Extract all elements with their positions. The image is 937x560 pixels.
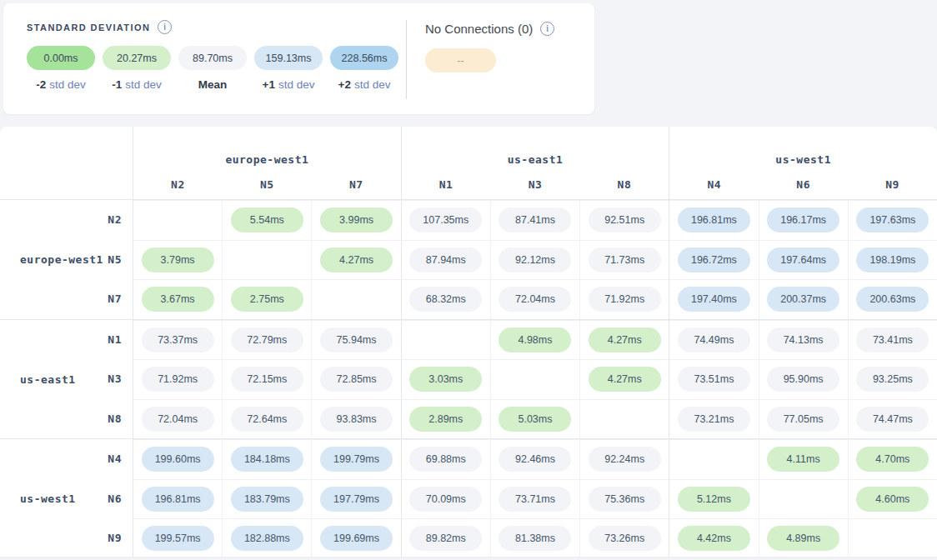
latency-cell[interactable]: 5.12ms [669, 480, 759, 519]
latency-cell[interactable]: 72.04ms [491, 280, 580, 319]
latency-cell[interactable]: 81.38ms [491, 519, 580, 557]
latency-cell[interactable]: 196.81ms [133, 480, 223, 519]
latency-cell[interactable]: 182.88ms [223, 519, 312, 557]
matrix-body: europe-west1N25.54ms3.99ms107.35ms87.41m… [0, 200, 937, 557]
latency-cell[interactable]: 72.64ms [223, 400, 312, 439]
latency-cell[interactable]: 73.41ms [849, 321, 937, 360]
latency-value-pill: 73.51ms [678, 367, 750, 392]
legend-items: 0.00ms-2std dev20.27ms-1std dev89.70msMe… [27, 46, 398, 91]
latency-cell[interactable]: 87.41ms [491, 201, 580, 240]
latency-cell[interactable]: 196.72ms [669, 241, 759, 280]
latency-value-pill: 5.03ms [499, 407, 571, 432]
latency-cell[interactable]: 93.83ms [312, 400, 401, 439]
latency-cell[interactable]: 74.13ms [759, 321, 849, 360]
latency-cell[interactable]: 73.21ms [669, 400, 759, 439]
latency-cell[interactable]: 197.79ms [312, 480, 401, 519]
latency-cell[interactable]: 4.70ms [849, 440, 937, 479]
latency-cell[interactable]: 4.27ms [312, 241, 401, 280]
latency-cell[interactable]: 5.54ms [223, 201, 312, 240]
table-row: N371.92ms72.15ms72.85ms3.03ms4.27ms73.51… [0, 359, 937, 399]
latency-cell[interactable]: 72.15ms [223, 360, 312, 399]
latency-cell[interactable]: 4.27ms [580, 321, 669, 360]
info-icon[interactable]: i [158, 20, 172, 34]
latency-cell[interactable]: 4.98ms [491, 321, 580, 360]
latency-value-pill: 199.79ms [320, 447, 393, 472]
legend-label-suffix: std dev [278, 78, 315, 91]
latency-cell[interactable]: 3.03ms [402, 360, 491, 399]
row-header-N1: N1 [0, 320, 133, 360]
latency-cell[interactable]: 72.79ms [223, 321, 312, 360]
row-cells: 196.81ms183.79ms197.79ms70.09ms73.71ms75… [133, 479, 937, 519]
latency-cell[interactable]: 93.25ms [849, 360, 937, 399]
latency-cell[interactable]: 3.79ms [133, 241, 223, 280]
latency-cell[interactable]: 197.40ms [669, 280, 759, 319]
latency-cell[interactable]: 200.37ms [759, 280, 849, 319]
latency-cell[interactable]: 92.24ms [580, 440, 669, 479]
latency-cell[interactable]: 71.73ms [580, 241, 669, 280]
latency-cell[interactable]: 74.49ms [669, 321, 759, 360]
latency-cell[interactable] [223, 241, 312, 280]
latency-cell[interactable]: 72.85ms [312, 360, 401, 399]
latency-cell[interactable]: 4.42ms [669, 519, 759, 557]
latency-cell[interactable]: 4.11ms [759, 440, 849, 479]
latency-cell[interactable]: 199.79ms [312, 440, 401, 479]
latency-cell[interactable]: 5.03ms [491, 400, 580, 439]
latency-cell[interactable]: 3.99ms [312, 201, 401, 240]
latency-cell[interactable]: 73.51ms [669, 360, 759, 399]
latency-cell[interactable]: 4.60ms [849, 480, 937, 519]
latency-cell[interactable]: 70.09ms [402, 480, 491, 519]
latency-cell[interactable]: 75.94ms [312, 321, 401, 360]
latency-cell[interactable]: 73.37ms [133, 321, 223, 360]
latency-cell[interactable]: 199.57ms [133, 519, 223, 557]
latency-cell[interactable] [849, 519, 937, 557]
latency-cell[interactable] [759, 480, 849, 519]
latency-cell[interactable] [312, 280, 401, 319]
latency-cell[interactable]: 75.36ms [580, 480, 669, 519]
latency-cell[interactable] [402, 321, 491, 360]
latency-cell[interactable]: 68.32ms [402, 280, 491, 319]
latency-cell[interactable]: 4.89ms [759, 519, 849, 557]
latency-cell[interactable]: 92.12ms [491, 241, 580, 280]
latency-cell[interactable]: 87.94ms [402, 241, 491, 280]
latency-cell[interactable]: 72.04ms [133, 400, 223, 439]
legend-card: STANDARD DEVIATION i 0.00ms-2std dev20.2… [3, 3, 594, 114]
latency-cell[interactable]: 77.05ms [759, 400, 849, 439]
latency-cell[interactable]: 198.19ms [849, 241, 937, 280]
latency-cell[interactable]: 107.35ms [402, 201, 491, 240]
latency-cell[interactable]: 4.27ms [580, 360, 669, 399]
latency-cell[interactable]: 74.47ms [849, 400, 937, 439]
column-group-us-west1: us-west1N4N6N9 [669, 127, 937, 199]
latency-cell[interactable]: 2.75ms [223, 280, 312, 319]
latency-value-pill: 72.79ms [231, 328, 303, 352]
latency-cell[interactable]: 2.89ms [402, 400, 491, 439]
info-icon[interactable]: i [540, 22, 554, 36]
latency-value-pill: 184.18ms [231, 447, 303, 472]
latency-cell[interactable]: 73.26ms [580, 519, 669, 557]
latency-cell[interactable]: 3.67ms [133, 280, 223, 319]
latency-cell[interactable]: 71.92ms [580, 280, 669, 319]
latency-cell[interactable] [580, 400, 669, 439]
latency-cell[interactable]: 196.17ms [759, 201, 849, 240]
latency-cell[interactable]: 69.88ms [402, 440, 491, 479]
latency-value-pill: 71.73ms [589, 248, 661, 272]
latency-cell[interactable] [133, 201, 223, 240]
latency-value-pill: 72.04ms [499, 287, 571, 312]
latency-cell[interactable]: 183.79ms [223, 480, 312, 519]
latency-cell[interactable]: 95.90ms [759, 360, 849, 399]
latency-cell[interactable]: 200.63ms [849, 280, 937, 319]
latency-cell[interactable]: 89.82ms [402, 519, 491, 557]
latency-cell[interactable]: 197.64ms [759, 241, 849, 280]
latency-cell[interactable]: 92.46ms [491, 440, 580, 479]
latency-cell[interactable] [491, 360, 580, 399]
latency-cell[interactable]: 92.51ms [580, 201, 669, 240]
latency-cell[interactable]: 199.69ms [312, 519, 401, 557]
latency-cell[interactable]: 184.18ms [223, 440, 312, 479]
latency-cell[interactable]: 71.92ms [133, 360, 223, 399]
latency-cell[interactable]: 196.81ms [669, 201, 759, 240]
latency-cell[interactable]: 197.63ms [849, 201, 937, 240]
latency-cell[interactable]: 73.71ms [491, 480, 580, 519]
latency-cell[interactable] [669, 440, 759, 479]
table-row: N73.67ms2.75ms68.32ms72.04ms71.92ms197.4… [0, 279, 937, 319]
latency-cell[interactable]: 199.60ms [133, 440, 223, 479]
column-header-N2: N2 [133, 169, 223, 199]
